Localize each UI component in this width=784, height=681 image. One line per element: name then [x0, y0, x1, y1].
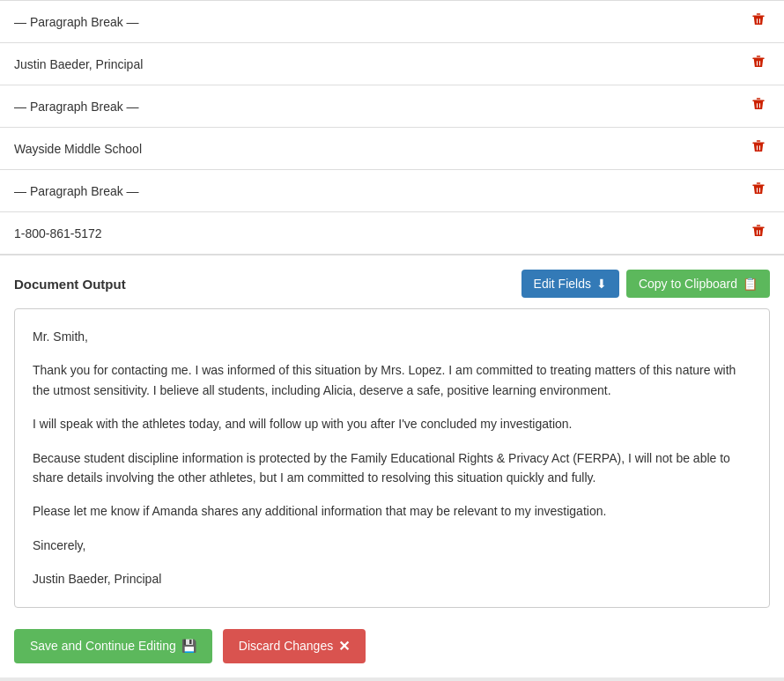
trash-icon — [751, 226, 766, 242]
trash-icon — [751, 14, 766, 31]
svg-rect-4 — [752, 58, 765, 60]
list-item-text: Justin Baeder, Principal — [14, 57, 143, 71]
list-item: — Paragraph Break — — [0, 85, 784, 128]
trash-icon — [751, 56, 766, 73]
svg-rect-17 — [757, 182, 761, 184]
copy-clipboard-button[interactable]: Copy to Clipboard 📋 — [626, 270, 770, 298]
delete-item-button[interactable] — [747, 52, 770, 76]
list-item: — Paragraph Break — — [0, 0, 784, 43]
list-item: Wayside Middle School — [0, 128, 784, 170]
list-item: Justin Baeder, Principal — [0, 43, 784, 85]
trash-icon — [751, 99, 766, 115]
edit-fields-icon: ⬇ — [596, 277, 607, 291]
document-output-section: Document Output Edit Fields ⬇ Copy to Cl… — [0, 255, 784, 615]
document-paragraph: Please let me know if Amanda shares any … — [33, 501, 751, 521]
trash-icon — [751, 141, 766, 158]
list-item: 1-800-861-5172 — [0, 212, 784, 255]
svg-rect-16 — [752, 185, 765, 187]
document-output-header: Document Output Edit Fields ⬇ Copy to Cl… — [14, 270, 770, 298]
save-icon: 💾 — [181, 639, 196, 653]
discard-label: Discard Changes — [239, 639, 333, 653]
svg-rect-21 — [757, 225, 761, 226]
discard-changes-button[interactable]: Discard Changes ✕ — [223, 629, 366, 663]
document-preview: Mr. Smith,Thank you for contacting me. I… — [14, 308, 770, 608]
list-item-text: — Paragraph Break — — [14, 15, 139, 29]
svg-rect-13 — [757, 140, 761, 142]
delete-item-button[interactable] — [747, 137, 770, 160]
list-area: — Paragraph Break — Justin Baeder, Princ… — [0, 0, 784, 255]
clipboard-icon: 📋 — [743, 277, 758, 291]
svg-rect-8 — [752, 100, 765, 102]
svg-rect-5 — [757, 56, 761, 57]
delete-item-button[interactable] — [747, 179, 770, 203]
list-item-text: Wayside Middle School — [14, 142, 142, 156]
document-output-label: Document Output — [14, 277, 126, 292]
list-item-text: — Paragraph Break — — [14, 184, 139, 198]
svg-rect-12 — [752, 143, 765, 144]
document-paragraph: I will speak with the athletes today, an… — [33, 414, 751, 433]
header-buttons: Edit Fields ⬇ Copy to Clipboard 📋 — [521, 270, 770, 298]
document-paragraph: Thank you for contacting me. I was infor… — [33, 360, 751, 400]
save-continue-button[interactable]: Save and Continue Editing 💾 — [14, 629, 212, 663]
discard-icon: ✕ — [338, 638, 350, 655]
svg-rect-0 — [752, 16, 765, 18]
edit-fields-button[interactable]: Edit Fields ⬇ — [521, 270, 619, 298]
document-paragraph: Justin Baeder, Principal — [33, 569, 751, 588]
list-item: — Paragraph Break — — [0, 170, 784, 212]
list-item-text: — Paragraph Break — — [14, 100, 139, 114]
document-paragraph: Sincerely, — [33, 536, 751, 555]
document-paragraph: Mr. Smith, — [33, 327, 751, 346]
copy-clipboard-label: Copy to Clipboard — [639, 277, 737, 291]
edit-fields-label: Edit Fields — [534, 277, 591, 291]
list-item-text: 1-800-861-5172 — [14, 226, 102, 241]
main-container: — Paragraph Break — Justin Baeder, Princ… — [0, 0, 784, 681]
delete-item-button[interactable] — [747, 10, 770, 33]
trash-icon — [751, 183, 766, 200]
svg-rect-9 — [757, 98, 761, 100]
svg-rect-1 — [757, 13, 761, 15]
save-label: Save and Continue Editing — [30, 639, 176, 653]
document-paragraph: Because student discipline information i… — [33, 448, 751, 488]
svg-rect-20 — [752, 227, 765, 229]
delete-item-button[interactable] — [747, 94, 770, 118]
footer-gray — [0, 677, 784, 681]
delete-item-button[interactable] — [747, 221, 770, 245]
action-buttons-row: Save and Continue Editing 💾 Discard Chan… — [0, 615, 784, 677]
